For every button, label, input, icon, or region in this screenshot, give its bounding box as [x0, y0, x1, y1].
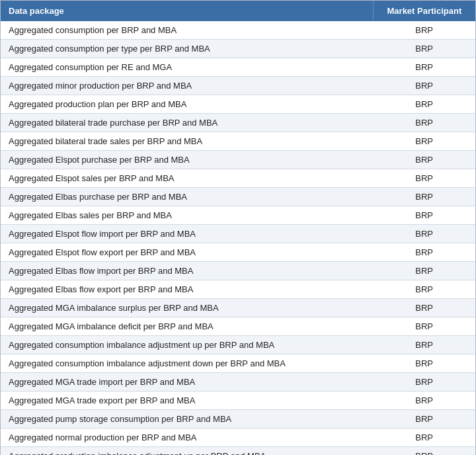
market-participant-cell: BRP	[373, 243, 475, 262]
table-row: Aggregated Elbas sales per BRP and MBABR…	[1, 206, 475, 225]
data-package-cell: Aggregated Elbas purchase per BRP and MB…	[1, 188, 373, 206]
col-header-market-participant: Market Participant	[373, 1, 475, 21]
col-header-data-package: Data package	[1, 1, 373, 21]
data-package-cell: Aggregated bilateral trade purchase per …	[1, 114, 373, 132]
data-package-cell: Aggregated consumption per BRP and MBA	[1, 21, 373, 40]
data-package-cell: Aggregated Elspot flow import per BRP an…	[1, 225, 373, 243]
market-participant-cell: BRP	[373, 447, 475, 456]
data-package-cell: Aggregated production plan per BRP and M…	[1, 95, 373, 114]
table-row: Aggregated Elbas purchase per BRP and MB…	[1, 188, 475, 206]
market-participant-cell: BRP	[373, 206, 475, 225]
table-row: Aggregated consumption imbalance adjustm…	[1, 354, 475, 373]
table-row: Aggregated Elbas flow export per BRP and…	[1, 280, 475, 299]
market-participant-cell: BRP	[373, 336, 475, 354]
data-package-cell: Aggregated consumption imbalance adjustm…	[1, 336, 373, 354]
market-participant-cell: BRP	[373, 373, 475, 392]
data-package-cell: Aggregated Elbas flow export per BRP and…	[1, 280, 373, 299]
market-participant-cell: BRP	[373, 40, 475, 58]
market-participant-cell: BRP	[373, 410, 475, 429]
market-participant-cell: BRP	[373, 95, 475, 114]
market-participant-cell: BRP	[373, 299, 475, 317]
data-package-cell: Aggregated Elspot purchase per BRP and M…	[1, 151, 373, 169]
table-row: Aggregated Elbas flow import per BRP and…	[1, 262, 475, 280]
table-row: Aggregated normal production per BRP and…	[1, 429, 475, 447]
data-package-cell: Aggregated normal production per BRP and…	[1, 429, 373, 447]
table-row: Aggregated consumption per RE and MGABRP	[1, 58, 475, 77]
data-package-cell: Aggregated consumption per type per BRP …	[1, 40, 373, 58]
table-row: Aggregated Elspot purchase per BRP and M…	[1, 151, 475, 169]
table-row: Aggregated Elspot sales per BRP and MBAB…	[1, 169, 475, 188]
table-row: Aggregated Elspot flow import per BRP an…	[1, 225, 475, 243]
market-participant-cell: BRP	[373, 280, 475, 299]
table-row: Aggregated MGA imbalance surplus per BRP…	[1, 299, 475, 317]
table-row: Aggregated pump storage consumption per …	[1, 410, 475, 429]
market-participant-cell: BRP	[373, 392, 475, 410]
market-participant-cell: BRP	[373, 317, 475, 336]
table-row: Aggregated MGA trade import per BRP and …	[1, 373, 475, 392]
table-row: Aggregated production imbalance adjustme…	[1, 447, 475, 456]
table-row: Aggregated bilateral trade purchase per …	[1, 114, 475, 132]
data-package-cell: Aggregated MGA imbalance surplus per BRP…	[1, 299, 373, 317]
market-participant-cell: BRP	[373, 169, 475, 188]
data-package-cell: Aggregated Elbas sales per BRP and MBA	[1, 206, 373, 225]
data-package-cell: Aggregated Elbas flow import per BRP and…	[1, 262, 373, 280]
table-row: Aggregated production plan per BRP and M…	[1, 95, 475, 114]
data-package-cell: Aggregated bilateral trade sales per BRP…	[1, 132, 373, 151]
data-package-cell: Aggregated Elspot flow export per BRP an…	[1, 243, 373, 262]
market-participant-cell: BRP	[373, 188, 475, 206]
data-package-cell: Aggregated minor production per BRP and …	[1, 77, 373, 95]
table-row: Aggregated minor production per BRP and …	[1, 77, 475, 95]
data-package-cell: Aggregated Elspot sales per BRP and MBA	[1, 169, 373, 188]
market-participant-cell: BRP	[373, 21, 475, 40]
market-participant-cell: BRP	[373, 77, 475, 95]
data-package-cell: Aggregated production imbalance adjustme…	[1, 447, 373, 456]
table-row: Aggregated MGA imbalance deficit per BRP…	[1, 317, 475, 336]
data-package-cell: Aggregated MGA trade export per BRP and …	[1, 392, 373, 410]
market-participant-cell: BRP	[373, 225, 475, 243]
market-participant-cell: BRP	[373, 58, 475, 77]
data-package-cell: Aggregated pump storage consumption per …	[1, 410, 373, 429]
market-participant-cell: BRP	[373, 114, 475, 132]
table-row: Aggregated consumption per BRP and MBABR…	[1, 21, 475, 40]
table-row: Aggregated MGA trade export per BRP and …	[1, 392, 475, 410]
table-row: Aggregated bilateral trade sales per BRP…	[1, 132, 475, 151]
table-row: Aggregated Elspot flow export per BRP an…	[1, 243, 475, 262]
data-package-cell: Aggregated consumption per RE and MGA	[1, 58, 373, 77]
market-participant-cell: BRP	[373, 132, 475, 151]
data-package-cell: Aggregated MGA imbalance deficit per BRP…	[1, 317, 373, 336]
data-package-cell: Aggregated consumption imbalance adjustm…	[1, 354, 373, 373]
market-participant-cell: BRP	[373, 354, 475, 373]
market-participant-cell: BRP	[373, 151, 475, 169]
market-participant-cell: BRP	[373, 262, 475, 280]
data-package-table: Data package Market Participant Aggregat…	[0, 0, 476, 455]
data-package-cell: Aggregated MGA trade import per BRP and …	[1, 373, 373, 392]
table-row: Aggregated consumption imbalance adjustm…	[1, 336, 475, 354]
market-participant-cell: BRP	[373, 429, 475, 447]
table-row: Aggregated consumption per type per BRP …	[1, 40, 475, 58]
